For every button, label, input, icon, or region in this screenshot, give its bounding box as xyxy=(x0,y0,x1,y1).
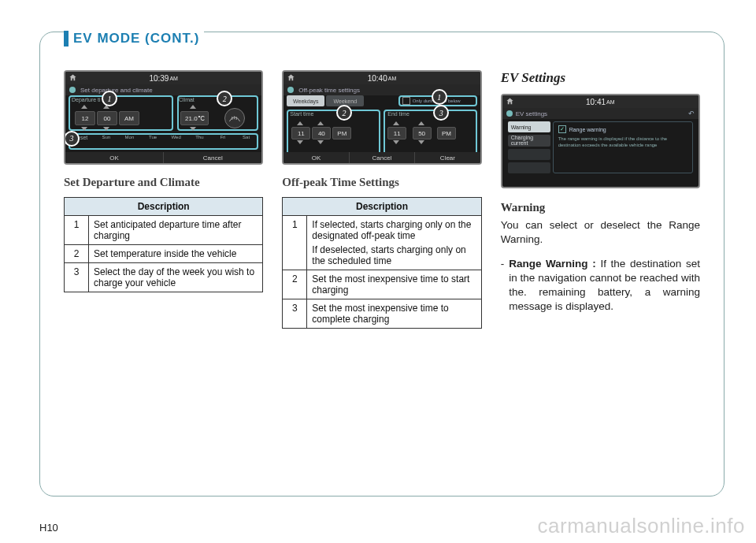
screen-subtitle: Off-peak time settings xyxy=(298,87,360,94)
header-accent-bar xyxy=(64,31,69,46)
day: Sun xyxy=(95,135,117,139)
cell-end-m: 50 xyxy=(413,127,432,139)
clear-button[interactable]: Clear xyxy=(415,152,480,163)
row-idx: 1 xyxy=(283,216,307,270)
cell-start-m: 40 xyxy=(312,127,331,139)
cell-end-ampm: PM xyxy=(437,127,456,139)
callout-2: 2 xyxy=(336,105,352,121)
row-idx: 1 xyxy=(65,216,89,245)
row-text-a: If selected, starts charging only on the… xyxy=(312,219,476,241)
th-description: Description xyxy=(283,198,481,216)
row-text: Set anticipated departure time after cha… xyxy=(89,216,263,245)
cell-hour: 12 xyxy=(75,111,95,125)
side-item-warning[interactable]: Warning xyxy=(508,121,550,132)
subtitle-departure: Set Departure and Climate xyxy=(64,176,263,189)
side-item-empty xyxy=(508,149,550,160)
col-departure: 10:39 AM Set departure and climate Depar… xyxy=(64,70,263,480)
home-icon xyxy=(506,97,514,106)
screen-subtitle: EV settings xyxy=(516,110,547,117)
day: Mon xyxy=(119,135,141,139)
screen-subbar: Off-peak time settings xyxy=(284,84,480,95)
defrost-icon xyxy=(224,108,245,128)
intro-text: You can select or deselect the Range War… xyxy=(501,218,700,247)
screen-ampm: AM xyxy=(169,76,178,81)
screen-subbar: EV settings ↶ xyxy=(502,108,699,119)
cell-temp: 21.0℃ xyxy=(180,111,209,125)
day: Thu xyxy=(189,135,211,139)
chevron-down-icon xyxy=(297,140,303,144)
day: Tue xyxy=(142,135,164,139)
chevron-down-icon xyxy=(81,127,87,131)
ok-button[interactable]: OK xyxy=(65,152,164,163)
option-desc: The range warning is displayed if the di… xyxy=(558,136,687,149)
screen-time: 10:41 xyxy=(586,98,606,106)
cell-start-ampm: PM xyxy=(332,127,351,139)
table-row: 3 Select the day of the week you wish to… xyxy=(65,263,263,292)
screen-evsettings: 10:41 AM EV settings ↶ Warning Charging … xyxy=(501,94,700,188)
cancel-button[interactable]: Cancel xyxy=(350,152,415,163)
screen-offpeak: 10:40 AM Off-peak time settings Weekdays… xyxy=(282,70,481,165)
label-start: Start time xyxy=(290,111,313,117)
chevron-up-icon xyxy=(317,121,324,125)
cell-start-h: 11 xyxy=(291,127,310,139)
title-evsettings: EV Settings xyxy=(501,70,700,86)
heading-warning: Warning xyxy=(501,199,700,215)
checkbox-icon xyxy=(402,97,410,105)
dot-icon xyxy=(69,87,76,93)
screen-body: Warning Charging current ✓ Range warning… xyxy=(506,119,695,176)
ok-button[interactable]: OK xyxy=(284,152,349,163)
table-row: 1 If selected, starts charging only on t… xyxy=(283,216,481,270)
bullet-label: Range Warning : xyxy=(509,258,596,270)
dot-icon xyxy=(506,110,513,117)
cancel-button[interactable]: Cancel xyxy=(164,152,261,163)
row-text: Set the most inexpensive time to complet… xyxy=(307,299,481,329)
watermark: carmanualsonline.info xyxy=(538,514,745,538)
table-offpeak: Description 1 If selected, starts chargi… xyxy=(282,197,481,329)
home-icon xyxy=(287,73,295,82)
screen-ampm: AM xyxy=(606,99,615,105)
col-offpeak: 10:40 AM Off-peak time settings Weekdays… xyxy=(282,70,481,480)
bullet-range-warning: - Range Warning : If the destination set… xyxy=(501,257,700,314)
days-row: Sun Mon Tue Wed Thu Fri Sat xyxy=(95,135,257,139)
home-icon xyxy=(69,73,77,82)
callout-1: 1 xyxy=(102,91,117,106)
chevron-down-icon xyxy=(103,127,109,131)
screen-body: Weekdays Weekend Only during time below … xyxy=(287,95,476,152)
page-frame: EV MODE (CONT.) 10:39 AM Set departure a… xyxy=(39,32,724,497)
screen-time: 10:40 xyxy=(368,74,387,83)
ev-main-panel: ✓ Range warning The range warning is dis… xyxy=(553,121,693,173)
chevron-up-icon xyxy=(190,105,196,109)
ev-side-list: Warning Charging current xyxy=(508,121,550,173)
page-number: H10 xyxy=(39,522,58,534)
screen-time: 10:39 xyxy=(149,74,169,83)
day: Sat xyxy=(235,135,258,139)
day: Fri xyxy=(212,135,234,139)
table-row: 2 Set the most inexpensive time to start… xyxy=(283,270,481,299)
screen-ampm: AM xyxy=(388,76,397,81)
chevron-down-icon xyxy=(317,140,324,144)
th-description: Description xyxy=(65,198,263,216)
row-idx: 3 xyxy=(283,299,307,329)
side-item-charging[interactable]: Charging current xyxy=(508,135,550,146)
chevron-up-icon xyxy=(418,121,424,125)
chevron-up-icon xyxy=(297,121,303,125)
tab-weekdays[interactable]: Weekdays xyxy=(287,95,324,106)
section-title: EV MODE (CONT.) xyxy=(73,31,199,46)
row-idx: 3 xyxy=(65,263,89,292)
label-end: End time xyxy=(387,111,410,117)
option-row[interactable]: ✓ Range warning xyxy=(558,125,687,133)
table-row: 3 Set the most inexpensive time to compl… xyxy=(283,299,481,329)
row-text: Select the day of the week you wish to c… xyxy=(89,263,263,292)
checkbox-icon: ✓ xyxy=(558,125,566,133)
row-text: Set temperature inside the vehicle xyxy=(89,245,263,263)
back-icon[interactable]: ↶ xyxy=(688,110,695,117)
screen-topbar: 10:40 AM xyxy=(284,72,480,84)
screen-body: Departure ti 1 12 00 AM Climat 2 21.0℃ xyxy=(69,95,258,152)
section-header: EV MODE (CONT.) xyxy=(64,31,204,46)
screen-subbar: Set departure and climate xyxy=(65,84,261,95)
table-departure: Description 1 Set anticipated departure … xyxy=(64,197,263,292)
screen-topbar: 10:41 AM xyxy=(502,95,699,108)
callout-3: 3 xyxy=(433,105,449,121)
table-row: 2 Set temperature inside the vehicle xyxy=(65,245,263,263)
table-row: 1 Set anticipated departure time after c… xyxy=(65,216,263,245)
